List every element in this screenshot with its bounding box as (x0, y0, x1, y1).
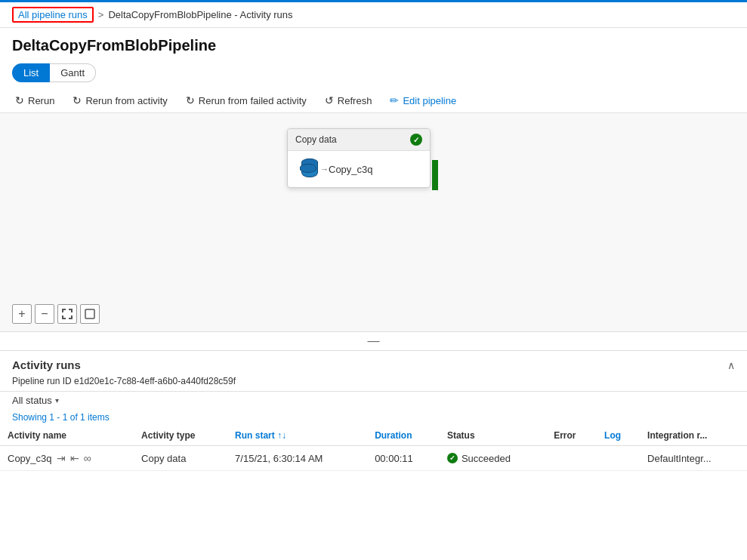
canvas-controls: + − (12, 304, 100, 324)
all-pipeline-runs-link[interactable]: All pipeline runs (12, 7, 94, 23)
col-log: Log (597, 426, 640, 446)
table-header-row: Activity name Activity type Run start ↑↓… (0, 426, 747, 446)
pipeline-card-body: → Copy_c3q (288, 151, 430, 187)
cell-status: ✓ Succeeded (440, 446, 546, 471)
refresh-icon: ↺ (325, 94, 334, 106)
breadcrumb-separator: > (98, 9, 104, 20)
divider (0, 391, 747, 392)
cell-run-start: 7/15/21, 6:30:14 AM (227, 446, 367, 471)
action-icons: ⇥ ⇤ ∞ (57, 452, 91, 464)
activity-runs-table: Activity name Activity type Run start ↑↓… (0, 426, 747, 471)
col-duration: Duration (367, 426, 440, 446)
breadcrumb-current: DeltaCopyFromBlobPipeline - Activity run… (108, 9, 292, 20)
col-integration-runtime: Integration r... (640, 426, 747, 446)
edit-pipeline-label: Edit pipeline (403, 95, 456, 106)
refresh-label: Refresh (338, 95, 372, 106)
cell-log (597, 446, 640, 471)
activity-name-value: Copy_c3q (8, 453, 52, 464)
rerun-from-activity-label: Rerun from activity (85, 95, 167, 106)
svg-rect-8 (85, 309, 94, 318)
frame-icon (84, 308, 96, 320)
connector-bar (432, 160, 438, 190)
rerun-label: Rerun (28, 95, 54, 106)
zoom-out-button[interactable]: − (35, 304, 54, 324)
col-activity-name: Activity name (0, 426, 134, 446)
refresh-button[interactable]: ↺ Refresh (322, 93, 375, 108)
col-activity-type: Activity type (134, 426, 227, 446)
pipeline-run-id: Pipeline run ID e1d20e1c-7c88-4eff-a6b0-… (0, 374, 747, 391)
rerun-activity-icon: ↻ (73, 94, 82, 106)
page-title: DeltaCopyFromBlobPipeline (0, 28, 747, 60)
activity-runs-section: Activity runs ∧ Pipeline run ID e1d20e1c… (0, 351, 747, 471)
status-value: Succeeded (461, 453, 511, 464)
col-run-start: Run start ↑↓ (227, 426, 367, 446)
cell-error (546, 446, 597, 471)
cell-activity-name: Copy_c3q ⇥ ⇤ ∞ (0, 446, 134, 471)
item-count: Showing 1 - 1 of 1 items (0, 409, 747, 426)
status-success-indicator: ✓ Succeeded (447, 453, 539, 464)
fit-screen-button[interactable] (57, 304, 77, 324)
col-error: Error (546, 426, 597, 446)
list-view-button[interactable]: List (12, 63, 50, 82)
pipeline-run-label: Pipeline run ID (12, 376, 72, 386)
rerun-button[interactable]: ↻ Rerun (12, 93, 57, 108)
rerun-from-activity-button[interactable]: ↻ Rerun from activity (69, 93, 170, 108)
arrow-icon: → (320, 165, 329, 174)
frame-button[interactable] (80, 304, 100, 324)
details-icon[interactable]: ∞ (84, 452, 91, 464)
toolbar: ↻ Rerun ↻ Rerun from activity ↻ Rerun fr… (0, 88, 747, 113)
col-status: Status (440, 426, 546, 446)
edit-pipeline-button[interactable]: ✏ Edit pipeline (387, 93, 459, 108)
pipeline-card-title: Copy data (295, 134, 337, 145)
status-filter-dropdown[interactable]: All status ▾ (0, 392, 71, 409)
gantt-view-button[interactable]: Gantt (50, 63, 96, 82)
status-success-dot: ✓ (447, 453, 458, 463)
cell-integration-runtime: DefaultIntegr... (640, 446, 747, 471)
pipeline-node-card[interactable]: Copy data ✓ → Copy_c3q (287, 128, 431, 188)
rerun-from-failed-button[interactable]: ↻ Rerun from failed activity (183, 93, 310, 108)
status-filter-label: All status (12, 395, 52, 406)
fit-icon (61, 308, 73, 320)
zoom-in-button[interactable]: + (12, 304, 32, 324)
rerun-failed-icon: ↻ (186, 94, 195, 106)
rerun-from-failed-label: Rerun from failed activity (199, 95, 307, 106)
pipeline-card-header: Copy data ✓ (288, 129, 430, 151)
activity-runs-title: Activity runs (12, 358, 81, 371)
svg-rect-1 (62, 309, 63, 312)
input-icon[interactable]: ⇥ (57, 452, 66, 464)
collapse-indicator: — (368, 335, 380, 347)
copy-data-icon: → (298, 158, 323, 180)
section-collapse-button[interactable]: ∧ (727, 359, 735, 371)
output-icon[interactable]: ⇤ (70, 452, 79, 464)
pipeline-run-id-value: e1d20e1c-7c88-4eff-a6b0-a440fd28c59f (74, 376, 236, 386)
svg-rect-3 (71, 309, 73, 312)
pipeline-node-name: Copy_c3q (329, 164, 373, 175)
view-toggle: List Gantt (0, 60, 747, 88)
activity-runs-header: Activity runs ∧ (0, 351, 747, 374)
edit-icon: ✏ (390, 94, 399, 106)
breadcrumb: All pipeline runs > DeltaCopyFromBlobPip… (0, 2, 747, 28)
svg-rect-7 (71, 315, 73, 319)
chevron-down-icon: ▾ (55, 396, 59, 405)
cell-activity-type: Copy data (134, 446, 227, 471)
canvas-area: Copy data ✓ → Copy_c3q + − (0, 113, 747, 332)
rerun-icon: ↻ (15, 94, 24, 106)
table-row: Copy_c3q ⇥ ⇤ ∞ Copy data 7/15/21, 6:30:1… (0, 446, 747, 471)
cell-duration: 00:00:11 (367, 446, 440, 471)
svg-rect-5 (62, 315, 63, 319)
success-indicator: ✓ (410, 134, 422, 146)
collapse-bar[interactable]: — (0, 332, 747, 351)
